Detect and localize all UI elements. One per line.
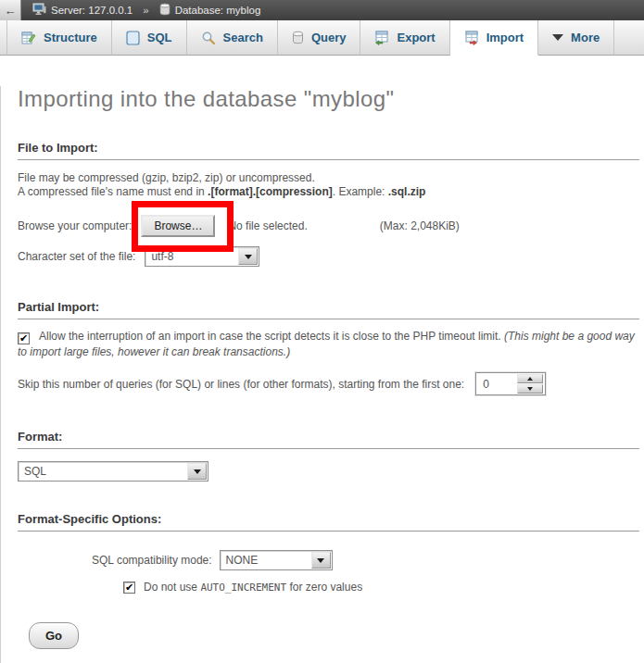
line2-mid: . Example: <box>333 185 388 198</box>
spinner-down-button[interactable] <box>517 384 543 394</box>
section-heading-file-to-import: File to Import: <box>18 141 639 160</box>
format-row: SQL <box>18 461 639 482</box>
charset-label: Character set of the file: <box>18 250 135 263</box>
charset-select[interactable]: utf-8 <box>145 246 259 267</box>
sql-compatibility-label: SQL compatibility mode: <box>92 554 212 567</box>
tab-export[interactable]: Export <box>360 20 449 56</box>
tab-label: Export <box>397 31 435 44</box>
autoinc-suffix: for zero values <box>286 581 362 594</box>
max-size-text: (Max: 2,048KiB) <box>380 219 460 232</box>
autoinc-prefix: Do not use <box>144 581 200 594</box>
down-arrow-icon <box>527 387 533 391</box>
auto-increment-text: Do not use AUTO_INCREMENT for zero value… <box>144 581 362 594</box>
sql-icon <box>126 31 140 45</box>
tab-more[interactable]: More <box>538 20 614 56</box>
browse-label: Browse your computer: <box>18 219 132 232</box>
tab-label: Import <box>486 31 524 44</box>
tab-sql[interactable]: SQL <box>112 20 187 56</box>
interrupt-checkbox[interactable]: ✔ <box>18 332 30 344</box>
sql-compatibility-select[interactable]: NONE <box>220 550 333 570</box>
tab-structure[interactable]: Structure <box>6 20 112 56</box>
tab-search[interactable]: Search <box>187 20 278 56</box>
browse-button[interactable]: Browse… <box>141 215 215 237</box>
format-select[interactable]: SQL <box>18 461 208 482</box>
back-arrow-icon: ← <box>5 4 17 18</box>
auto-increment-row: ✔ Do not use AUTO_INCREMENT for zero val… <box>123 581 639 594</box>
tab-import[interactable]: Import <box>450 20 538 56</box>
tab-bar: Structure SQL Search Query Export Import… <box>0 20 644 56</box>
section-heading-format: Format: <box>18 430 639 449</box>
compression-info-line1: File may be compressed (gzip, bzip2, zip… <box>18 171 639 185</box>
skip-queries-row: Skip this number of queries (for SQL) or… <box>18 372 639 395</box>
breadcrumb-bar: ← Server: 127.0.0.1 » Database: myblog <box>0 0 644 20</box>
chevron-down-icon[interactable] <box>187 463 207 480</box>
tab-label: Search <box>223 31 263 44</box>
auto-increment-checkbox[interactable]: ✔ <box>123 582 135 594</box>
export-icon <box>374 31 389 45</box>
breadcrumb-database[interactable]: Database: myblog <box>175 5 261 16</box>
compression-info-line2: A compressed file's name must end in .[f… <box>18 185 639 199</box>
charset-row: Character set of the file: utf-8 <box>18 246 639 267</box>
chevron-down-icon <box>552 34 563 41</box>
go-button[interactable]: Go <box>29 622 79 649</box>
skip-label: Skip this number of queries (for SQL) or… <box>18 378 464 391</box>
tabbar-lead-spacer <box>0 20 6 56</box>
browse-row: Browse your computer: Browse… No file se… <box>18 214 639 238</box>
section-heading-format-specific: Format-Specific Options: <box>18 512 639 532</box>
no-file-selected-text: No file selected. <box>228 219 307 232</box>
line2-prefix: A compressed file's name must end in <box>18 185 208 198</box>
tabbar-filler <box>614 20 644 56</box>
structure-icon <box>21 31 36 45</box>
interrupt-text: Allow the interruption of an import in c… <box>39 330 504 343</box>
spinner-buttons <box>517 374 543 394</box>
tab-query[interactable]: Query <box>278 20 361 56</box>
line2-format-pattern: .[format].[compression] <box>208 185 333 198</box>
sql-compatibility-value: NONE <box>221 551 310 569</box>
import-icon <box>464 31 479 45</box>
search-icon <box>201 31 216 45</box>
interrupt-option: ✔Allow the interruption of an import in … <box>18 329 639 359</box>
breadcrumb: Server: 127.0.0.1 » Database: myblog <box>32 3 260 18</box>
page-title: Importing into the database "myblog" <box>18 86 639 112</box>
skip-number-input[interactable]: 0 <box>475 372 546 395</box>
autoinc-code: AUTO_INCREMENT <box>200 582 286 594</box>
tab-label: Structure <box>44 31 97 44</box>
import-page: Importing into the database "myblog" Fil… <box>0 86 644 663</box>
back-button[interactable]: ← <box>0 0 21 20</box>
chevron-down-icon[interactable] <box>238 248 258 265</box>
skip-value: 0 <box>476 378 517 391</box>
chevron-down-icon[interactable] <box>311 552 331 569</box>
tab-label: Query <box>311 31 347 44</box>
tab-label: More <box>571 31 600 44</box>
breadcrumb-server[interactable]: Server: 127.0.0.1 <box>51 5 133 16</box>
up-arrow-icon <box>527 377 533 381</box>
charset-select-value: utf-8 <box>145 247 237 266</box>
sql-compatibility-row: SQL compatibility mode: NONE <box>92 550 639 570</box>
tab-label: SQL <box>147 31 172 44</box>
breadcrumb-separator: » <box>143 5 148 16</box>
format-select-value: SQL <box>19 462 186 481</box>
server-icon <box>32 3 46 18</box>
query-icon <box>292 31 304 44</box>
line2-example: .sql.zip <box>388 185 426 198</box>
section-heading-partial-import: Partial Import: <box>18 300 639 319</box>
database-icon <box>159 3 170 18</box>
spinner-up-button[interactable] <box>517 374 543 383</box>
